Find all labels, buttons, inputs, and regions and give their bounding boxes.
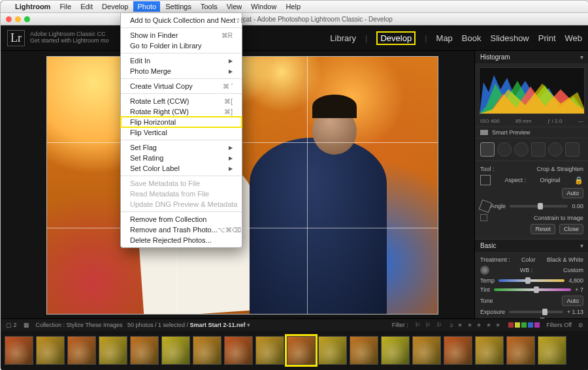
menu-view[interactable]: View xyxy=(227,3,242,10)
module-print[interactable]: Print xyxy=(538,33,556,43)
basic-panel-header[interactable]: Basic xyxy=(475,239,588,252)
menu-item-photo-merge[interactable]: Photo Merge xyxy=(121,66,242,76)
zoom-window-icon[interactable] xyxy=(24,16,30,22)
filmstrip-thumb[interactable] xyxy=(193,336,221,365)
menu-help[interactable]: Help xyxy=(286,3,301,10)
treatment-color-button[interactable]: Color xyxy=(521,256,536,263)
brush-tool-icon[interactable] xyxy=(565,142,580,157)
menu-item-set-flag[interactable]: Set Flag xyxy=(121,142,242,153)
angle-icon[interactable] xyxy=(479,200,493,213)
wb-dropdown[interactable]: Custom xyxy=(563,267,583,273)
aspect-dropdown[interactable]: Original xyxy=(540,177,560,183)
menu-edit[interactable]: Edit xyxy=(80,3,93,10)
menu-photo[interactable]: Photo xyxy=(133,1,160,12)
filmstrip-thumb[interactable] xyxy=(224,336,253,365)
filter-rating[interactable]: ≥ ★ ★ ★ ★ ★ xyxy=(450,322,502,328)
crop-tool-icon[interactable] xyxy=(480,142,495,157)
photo-preview[interactable] xyxy=(46,56,438,315)
app-menu[interactable]: Lightroom xyxy=(15,3,50,10)
menu-settings[interactable]: Settings xyxy=(165,3,191,10)
menu-item-set-color-label[interactable]: Set Color Label xyxy=(121,163,242,174)
menu-item-delete-rejected-photos[interactable]: Delete Rejected Photos... xyxy=(121,235,242,245)
spot-removal-tool-icon[interactable] xyxy=(497,142,512,157)
filmstrip-thumb[interactable] xyxy=(287,336,316,365)
treatment-bw-button[interactable]: Black & White xyxy=(547,256,583,263)
menu-window[interactable]: Window xyxy=(251,3,276,10)
menu-tools[interactable]: Tools xyxy=(201,3,218,10)
filmstrip-thumb[interactable] xyxy=(5,336,33,365)
module-library[interactable]: Library xyxy=(330,33,356,43)
crop-handle-tl[interactable] xyxy=(46,56,56,66)
menu-item-go-to-folder-in-library[interactable]: Go to Folder in Library xyxy=(121,40,242,51)
graduated-filter-tool-icon[interactable] xyxy=(531,142,546,157)
crop-frame-icon[interactable] xyxy=(480,175,491,185)
auto-straighten-button[interactable]: Auto xyxy=(562,188,583,198)
filmstrip-thumb[interactable] xyxy=(381,336,410,365)
minimize-window-icon[interactable] xyxy=(15,16,21,22)
grid-view-icon[interactable]: ▦ xyxy=(24,322,29,328)
photo-menu-dropdown[interactable]: Add to Quick Collection and Next⇧BShow i… xyxy=(120,12,242,248)
filmstrip-thumb[interactable] xyxy=(350,336,378,365)
lock-icon[interactable]: 🔒 xyxy=(574,176,583,185)
menu-item-show-in-finder[interactable]: Show in Finder⌘R xyxy=(121,30,242,40)
menu-item-rotate-right-cw[interactable]: Rotate Right (CW)⌘] xyxy=(121,106,242,117)
redeye-tool-icon[interactable] xyxy=(514,142,529,157)
filmstrip-thumb[interactable] xyxy=(161,336,190,365)
filter-lock-icon[interactable]: ⊘ xyxy=(578,322,583,328)
smart-preview-indicator: Smart Preview xyxy=(475,127,588,138)
menu-item-add-to-quick-collection-and-next[interactable]: Add to Quick Collection and Next⇧B xyxy=(121,15,242,25)
crop-handle-bl[interactable] xyxy=(46,305,56,315)
module-map[interactable]: Map xyxy=(436,33,453,43)
menu-develop[interactable]: Develop xyxy=(102,3,128,10)
filmstrip-thumb[interactable] xyxy=(67,336,96,365)
tint-slider[interactable] xyxy=(494,288,572,291)
filmstrip-thumb[interactable] xyxy=(538,336,566,365)
lightroom-logo-icon: Lr xyxy=(7,30,25,46)
filmstrip-thumb[interactable] xyxy=(255,336,284,365)
filmstrip[interactable] xyxy=(1,331,588,370)
filmstrip-thumb[interactable] xyxy=(36,336,65,365)
filmstrip-thumb[interactable] xyxy=(475,336,504,365)
menu-item-flip-vertical[interactable]: Flip Vertical xyxy=(121,127,242,138)
histogram-icon[interactable] xyxy=(479,67,585,114)
temp-slider[interactable] xyxy=(498,279,564,282)
menu-item-remove-and-trash-photo[interactable]: Remove and Trash Photo...⌥⌘⌫ xyxy=(121,224,242,235)
module-slideshow[interactable]: Slideshow xyxy=(491,33,529,43)
breadcrumb[interactable]: Collection : Stylize These Images 50 pho… xyxy=(36,322,251,328)
crop-handle-br[interactable] xyxy=(429,305,438,315)
menu-item-edit-in[interactable]: Edit In xyxy=(121,55,242,66)
filmstrip-thumb[interactable] xyxy=(412,336,441,365)
menu-item-set-rating[interactable]: Set Rating xyxy=(121,153,242,163)
crop-handle-tr[interactable] xyxy=(429,56,438,66)
menu-item-flip-horizontal[interactable]: Flip Horizontal xyxy=(121,117,242,127)
constrain-checkbox[interactable] xyxy=(480,214,487,221)
module-develop[interactable]: Develop xyxy=(376,31,416,45)
filmstrip-thumb[interactable] xyxy=(444,336,472,365)
window-title-bar: LRCC Classic.lrcat - Adobe Photoshop Lig… xyxy=(1,13,588,25)
filmstrip-thumb[interactable] xyxy=(99,336,127,365)
menu-item-create-virtual-copy[interactable]: Create Virtual Copy⌘ ' xyxy=(121,81,242,91)
menu-item-read-metadata-from-file: Read Metadata from File xyxy=(121,189,242,199)
crop-close-button[interactable]: Close xyxy=(559,224,583,234)
menu-item-remove-from-collection[interactable]: Remove from Collection xyxy=(121,214,242,224)
module-web[interactable]: Web xyxy=(565,33,583,43)
filmstrip-thumb[interactable] xyxy=(318,336,347,365)
crop-reset-button[interactable]: Reset xyxy=(531,224,555,234)
tone-auto-button[interactable]: Auto xyxy=(562,296,583,306)
filter-flags[interactable]: ⚐ ⚐ ⚐ xyxy=(415,322,444,328)
filmstrip-thumb[interactable] xyxy=(506,336,535,365)
filters-off-label[interactable]: Filters Off xyxy=(546,322,572,328)
secondary-toolbar: ▢ 2 ▦ Collection : Stylize These Images … xyxy=(1,318,588,331)
histogram-header[interactable]: Histogram xyxy=(475,51,588,63)
exposure-slider[interactable] xyxy=(509,311,563,313)
menu-item-rotate-left-ccw[interactable]: Rotate Left (CCW)⌘[ xyxy=(121,96,242,106)
module-book[interactable]: Book xyxy=(462,33,482,43)
angle-slider[interactable] xyxy=(510,205,568,208)
menu-file[interactable]: File xyxy=(59,3,71,10)
wb-picker-icon[interactable] xyxy=(480,266,489,275)
filmstrip-thumb[interactable] xyxy=(130,336,159,365)
filter-colors[interactable] xyxy=(508,322,540,328)
close-window-icon[interactable] xyxy=(6,16,12,22)
second-window-icon[interactable]: ▢ 2 xyxy=(6,322,17,328)
radial-filter-tool-icon[interactable] xyxy=(548,142,563,157)
